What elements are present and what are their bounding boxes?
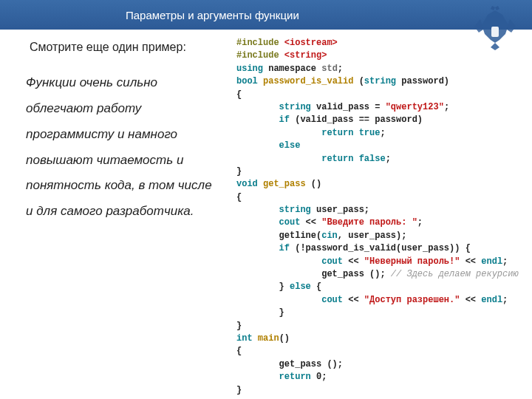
code-token [236, 205, 279, 215]
code-token: "qwerty123" [386, 102, 444, 112]
code-token: int [236, 333, 253, 344]
code-token: return [321, 154, 353, 164]
code-token: << [343, 256, 364, 267]
code-token: using [236, 64, 263, 74]
code-token: // Здесь делаем рекурсию [391, 269, 519, 279]
code-token: cout [321, 295, 343, 305]
code-token: } [236, 282, 290, 292]
code-token: 0; [311, 372, 327, 382]
code-token [236, 295, 321, 305]
code-line: { [236, 191, 525, 204]
code-token: ; [380, 128, 385, 138]
code-token: (valid_pass == password) [290, 115, 423, 125]
code-token: if [279, 243, 290, 253]
code-token [236, 102, 279, 112]
code-token: #include [236, 38, 284, 48]
code-token: getline( [236, 231, 321, 241]
code-token [236, 154, 321, 164]
intro-text: Смотрите еще один пример: [30, 41, 186, 54]
slide-header: Параметры и аргументы функции [0, 0, 532, 30]
code-token: cout [279, 217, 301, 228]
code-token [353, 128, 358, 138]
code-token: << [300, 217, 321, 228]
code-token: #include [236, 50, 284, 61]
code-token: (!password_is_valid(user_pass)) { [290, 243, 471, 253]
code-token: endl [481, 295, 502, 305]
code-line: } [236, 384, 525, 397]
code-token: << [460, 295, 481, 305]
code-token: string [279, 102, 311, 112]
code-token: get_pass (); [236, 269, 391, 279]
side-paragraph: Функции очень сильно облегчают работу пр… [26, 70, 218, 225]
code-token: valid_pass = [311, 102, 386, 112]
code-token: bool [236, 76, 258, 86]
code-token: else [279, 140, 301, 151]
code-token: << [460, 256, 481, 267]
code-block: #include <iostream> #include <string> us… [236, 37, 525, 397]
code-token: endl [481, 256, 502, 267]
code-line: } [236, 166, 525, 178]
code-token: namespace [263, 64, 321, 74]
code-token: true [359, 128, 381, 138]
code-token: << [343, 295, 364, 305]
code-token: () [279, 333, 290, 344]
code-token: "Неверный пароль!" [364, 256, 460, 267]
code-token: std [321, 64, 338, 74]
code-token: get_pass [263, 179, 306, 189]
eagle-icon [473, 4, 517, 52]
code-token: password) [396, 76, 449, 86]
code-line: { [236, 89, 525, 101]
code-token: password_is_valid [263, 76, 353, 86]
code-token [236, 128, 321, 138]
code-line: } [236, 307, 525, 319]
code-token: return [321, 128, 353, 138]
code-token: <string> [284, 50, 327, 61]
code-token: ; [444, 102, 449, 112]
code-token [236, 217, 279, 228]
code-line: { [236, 345, 525, 358]
code-token: ( [353, 76, 364, 86]
code-token [236, 256, 321, 267]
code-token: ; [338, 64, 343, 74]
code-token: ; [417, 217, 423, 228]
code-token: ; [386, 154, 391, 164]
code-token: false [359, 154, 386, 164]
svg-rect-0 [491, 27, 499, 37]
code-token: cout [321, 256, 343, 267]
code-token: main [258, 333, 279, 344]
code-token: { [311, 282, 321, 292]
code-token: ; [502, 256, 508, 267]
code-token: string [279, 205, 311, 215]
code-token: else [290, 282, 311, 292]
code-token: ; [502, 295, 508, 305]
code-token: "Введите пароль: " [321, 217, 417, 228]
code-token: get_pass (); [236, 359, 343, 369]
code-token: return [279, 372, 311, 382]
code-token: "Доступ разрешен." [364, 295, 460, 305]
code-token: void [236, 179, 258, 189]
code-token [236, 115, 279, 125]
code-line: } [236, 320, 525, 332]
code-token [236, 243, 279, 253]
emblem-logo [473, 4, 517, 52]
code-token [236, 372, 279, 382]
code-token: <iostream> [284, 38, 338, 48]
code-token [236, 140, 279, 151]
code-token: cin [321, 231, 338, 241]
slide-title: Параметры и аргументы функции [126, 9, 299, 21]
code-token: if [279, 115, 290, 125]
code-token: user_pass; [311, 205, 369, 215]
code-token: string [364, 76, 396, 86]
code-token [258, 179, 263, 189]
code-token [258, 76, 263, 86]
code-token: , user_pass); [338, 231, 407, 241]
code-token [353, 154, 358, 164]
code-token [253, 333, 258, 344]
code-token: () [306, 179, 322, 189]
